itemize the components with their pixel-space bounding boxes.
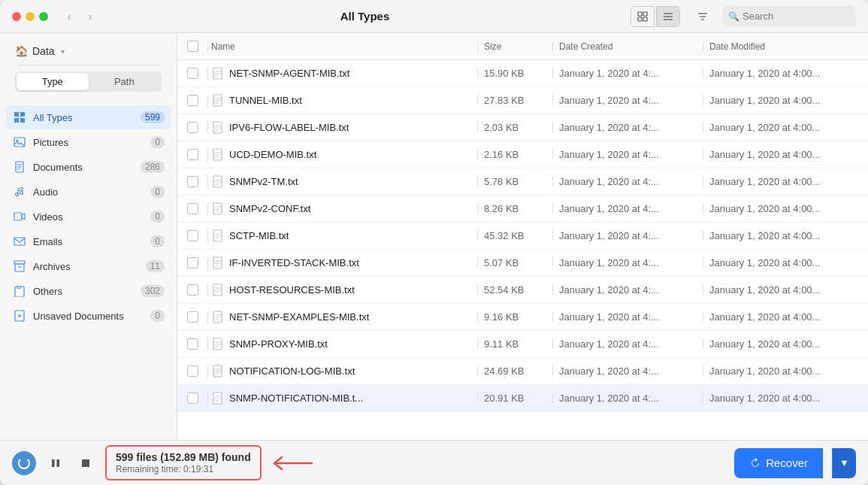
emails-icon: [12, 234, 27, 249]
file-name-text: SNMP-PROXY-MIB.txt: [229, 338, 328, 350]
sidebar-item-emails[interactable]: Emails 0: [6, 229, 171, 253]
main-window: ‹ › All Types 🔍 🏠 Data: [0, 0, 868, 485]
file-checkbox[interactable]: [187, 338, 198, 350]
tab-type[interactable]: Type: [17, 73, 89, 90]
file-name-cell: SNMPv2-TM.txt: [207, 175, 477, 189]
file-checkbox[interactable]: [187, 311, 198, 323]
file-date-created-cell: January 1, 2020 at 4:...: [552, 311, 703, 323]
file-row[interactable]: SNMP-PROXY-MIB.txt 9.11 KB January 1, 20…: [177, 331, 868, 358]
home-dropdown-icon: ▾: [61, 47, 65, 56]
file-row[interactable]: UCD-DEMO-MIB.txt 2.16 KB January 1, 2020…: [177, 141, 868, 168]
recover-button[interactable]: Recover: [734, 448, 823, 478]
file-row[interactable]: TUNNEL-MIB.txt 27.83 KB January 1, 2020 …: [177, 87, 868, 114]
header-date-modified: Date Modified: [703, 41, 868, 52]
file-checkbox[interactable]: [187, 176, 198, 187]
all-types-icon: [12, 110, 27, 125]
file-name-cell: NET-SNMP-AGENT-MIB.txt: [207, 67, 477, 80]
sidebar-item-documents[interactable]: Documents 286: [6, 155, 171, 179]
svg-rect-25: [14, 238, 25, 245]
svg-rect-83: [52, 459, 55, 467]
sidebar-item-label-audio: Audio: [33, 186, 150, 198]
file-checkbox[interactable]: [187, 284, 198, 296]
sidebar-item-archives[interactable]: Archives 11: [6, 254, 171, 278]
file-date-created-cell: January 1, 2020 at 4:...: [552, 365, 703, 377]
file-row[interactable]: SNMP-NOTIFICATION-MIB.t... 20.91 KB Janu…: [177, 385, 868, 412]
pictures-icon: [12, 135, 27, 150]
file-name-cell: IF-INVERTED-STACK-MIB.txt: [207, 256, 477, 270]
file-checkbox[interactable]: [187, 203, 198, 214]
svg-rect-24: [14, 213, 22, 220]
tab-path[interactable]: Path: [89, 73, 161, 90]
svg-rect-11: [20, 112, 25, 117]
file-checkbox[interactable]: [187, 230, 198, 241]
sidebar-item-audio[interactable]: Audio 0: [6, 180, 171, 204]
file-doc-icon: [211, 202, 225, 216]
bottom-bar: 599 files (152.89 MB) found Remaining ti…: [0, 440, 868, 485]
file-row[interactable]: SNMPv2-CONF.txt 8.26 KB January 1, 2020 …: [177, 196, 868, 223]
unsaved-icon: [12, 308, 27, 323]
svg-rect-12: [14, 118, 19, 123]
sidebar-item-videos[interactable]: Videos 0: [6, 205, 171, 229]
nav-back-button[interactable]: ‹: [60, 8, 78, 26]
file-date-modified-cell: January 1, 2020 at 4:00...: [703, 365, 868, 377]
select-all-checkbox[interactable]: [187, 41, 198, 52]
file-date-modified-cell: January 1, 2020 at 4:00...: [703, 122, 868, 133]
file-row[interactable]: NOTIFICATION-LOG-MIB.txt 24.69 KB Januar…: [177, 358, 868, 385]
file-doc-icon: [211, 338, 225, 351]
file-date-created-cell: January 1, 2020 at 4:...: [552, 149, 703, 160]
file-name-text: UCD-DEMO-MIB.txt: [229, 149, 316, 160]
file-size-cell: 2.03 KB: [477, 122, 552, 133]
sidebar-divider: [18, 65, 159, 65]
file-doc-icon: [211, 311, 225, 324]
search-input[interactable]: [742, 11, 840, 22]
file-row[interactable]: SCTP-MIB.txt 45.32 KB January 1, 2020 at…: [177, 223, 868, 250]
recover-dropdown-button[interactable]: ▼: [832, 448, 856, 478]
file-checkbox[interactable]: [187, 257, 198, 268]
file-row[interactable]: SNMPv2-TM.txt 5.78 KB January 1, 2020 at…: [177, 168, 868, 196]
sidebar-item-all-types[interactable]: All Types 599: [6, 105, 171, 129]
sidebar-item-others[interactable]: Others 302: [6, 279, 171, 303]
file-size-cell: 5.07 KB: [477, 257, 552, 268]
pause-button[interactable]: [45, 453, 66, 474]
main-area: 🏠 Data ▾ Type Path All Types 599: [0, 33, 868, 440]
file-name-cell: HOST-RESOURCES-MIB.txt: [207, 283, 477, 297]
file-checkbox[interactable]: [187, 149, 198, 160]
file-checkbox[interactable]: [187, 365, 198, 377]
home-row[interactable]: 🏠 Data ▾: [9, 42, 168, 60]
close-button[interactable]: [12, 12, 21, 21]
file-name-text: NET-SNMP-EXAMPLES-MIB.txt: [229, 311, 369, 323]
filter-button[interactable]: [692, 6, 713, 27]
file-row[interactable]: IF-INVERTED-STACK-MIB.txt 5.07 KB Januar…: [177, 250, 868, 277]
file-checkbox[interactable]: [187, 95, 198, 106]
file-row[interactable]: NET-SNMP-AGENT-MIB.txt 15.90 KB January …: [177, 60, 868, 87]
list-view-button[interactable]: [656, 6, 680, 27]
nav-forward-button[interactable]: ›: [81, 8, 99, 26]
stop-button[interactable]: [75, 453, 96, 474]
file-area: Name Size Date Created Date Modified NET…: [177, 33, 868, 440]
file-date-created-cell: January 1, 2020 at 4:...: [552, 257, 703, 268]
recover-label: Recover: [766, 456, 808, 469]
file-date-modified-cell: January 1, 2020 at 4:00...: [703, 338, 868, 350]
svg-rect-85: [82, 459, 89, 467]
file-date-created-cell: January 1, 2020 at 4:...: [552, 176, 703, 187]
file-row[interactable]: NET-SNMP-EXAMPLES-MIB.txt 9.16 KB Januar…: [177, 304, 868, 331]
file-doc-icon: [211, 283, 225, 297]
sidebar-item-unsaved[interactable]: Unsaved Documents 0: [6, 304, 171, 328]
file-name-cell: NET-SNMP-EXAMPLES-MIB.txt: [207, 311, 477, 324]
file-date-created-cell: January 1, 2020 at 4:...: [552, 68, 703, 79]
sidebar-item-pictures[interactable]: Pictures 0: [6, 130, 171, 154]
header-name: Name: [207, 41, 477, 52]
file-checkbox[interactable]: [187, 122, 198, 133]
grid-view-button[interactable]: [631, 6, 655, 27]
header-check[interactable]: [177, 41, 207, 52]
file-row[interactable]: IPV6-FLOW-LABEL-MIB.txt 2.03 KB January …: [177, 114, 868, 141]
file-size-cell: 45.32 KB: [477, 230, 552, 241]
minimize-button[interactable]: [26, 12, 35, 21]
file-checkbox[interactable]: [187, 68, 198, 79]
file-name-cell: SNMPv2-CONF.txt: [207, 202, 477, 216]
maximize-button[interactable]: [39, 12, 48, 21]
file-doc-icon: [211, 365, 225, 378]
file-checkbox[interactable]: [187, 393, 198, 404]
file-row[interactable]: HOST-RESOURCES-MIB.txt 52.54 KB January …: [177, 277, 868, 304]
nav-buttons: ‹ ›: [60, 8, 99, 26]
